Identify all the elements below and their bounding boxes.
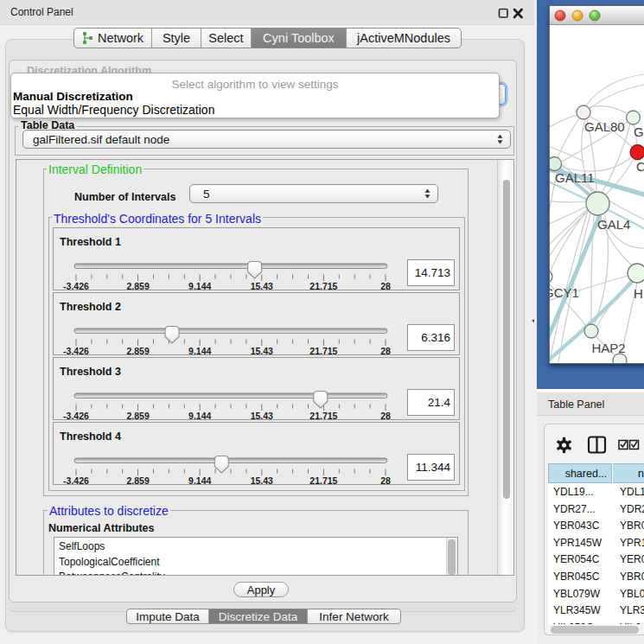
svg-text:C: C bbox=[636, 159, 644, 174]
svg-text:H: H bbox=[634, 286, 643, 301]
svg-text:GAL80: GAL80 bbox=[584, 119, 625, 134]
svg-text:GCY1: GCY1 bbox=[550, 285, 579, 300]
svg-text:-3.426: -3.426 bbox=[63, 475, 89, 486]
svg-text:9.144: 9.144 bbox=[188, 411, 211, 421]
svg-text:GAL4: GAL4 bbox=[597, 217, 630, 232]
svg-text:-3.426: -3.426 bbox=[63, 346, 89, 356]
svg-text:9.144: 9.144 bbox=[188, 281, 211, 291]
svg-text:15.43: 15.43 bbox=[251, 346, 273, 356]
svg-text:15.43: 15.43 bbox=[251, 475, 273, 486]
svg-text:2.859: 2.859 bbox=[126, 475, 149, 486]
svg-text:-3.426: -3.426 bbox=[63, 411, 89, 421]
svg-text:28: 28 bbox=[380, 411, 391, 421]
svg-text:28: 28 bbox=[380, 475, 391, 486]
svg-text:2.859: 2.859 bbox=[126, 281, 149, 291]
svg-text:21.715: 21.715 bbox=[309, 346, 337, 356]
svg-text:21.715: 21.715 bbox=[309, 475, 337, 486]
svg-text:28: 28 bbox=[380, 346, 391, 356]
svg-text:15.43: 15.43 bbox=[251, 281, 273, 291]
svg-text:28: 28 bbox=[380, 281, 391, 291]
svg-text:21.715: 21.715 bbox=[309, 411, 337, 421]
svg-text:HAP2: HAP2 bbox=[592, 341, 626, 355]
svg-text:GAL11: GAL11 bbox=[555, 170, 595, 185]
svg-text:9.144: 9.144 bbox=[188, 475, 211, 486]
svg-text:GA: GA bbox=[634, 124, 644, 139]
svg-text:9.144: 9.144 bbox=[188, 346, 211, 356]
svg-text:-3.426: -3.426 bbox=[63, 281, 89, 291]
svg-text:21.715: 21.715 bbox=[309, 281, 337, 291]
svg-text:15.43: 15.43 bbox=[251, 411, 273, 421]
svg-text:2.859: 2.859 bbox=[126, 411, 149, 421]
svg-text:2.859: 2.859 bbox=[126, 346, 149, 356]
